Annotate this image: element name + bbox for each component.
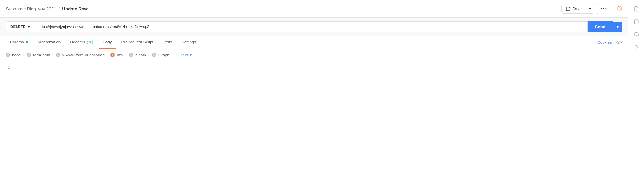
header: Supabase Blog Nov 2021 / Update Row Save…	[0, 0, 644, 18]
text-format-chevron: ▾	[190, 53, 192, 57]
tab-navigation: Params Authorization Headers (10) Body P…	[0, 36, 628, 49]
breadcrumb-project: Supabase Blog Nov 2021	[6, 6, 56, 11]
tab-body[interactable]: Body	[99, 36, 116, 49]
tab-authorization[interactable]: Authorization	[33, 36, 65, 49]
lightbulb-icon	[634, 45, 639, 50]
code-view-icon[interactable]: </>	[615, 40, 622, 45]
body-type-binary[interactable]: binary	[129, 53, 146, 57]
breadcrumb: Supabase Blog Nov 2021 / Update Row	[6, 6, 88, 11]
body-type-none[interactable]: none	[6, 53, 21, 57]
binary-label: binary	[135, 53, 146, 57]
urlencoded-label: x-www-form-urlencoded	[62, 53, 105, 57]
body-type-raw[interactable]: raw	[110, 53, 123, 57]
tab-pre-request[interactable]: Pre-request Script	[117, 36, 157, 49]
sidebar-chat-icon[interactable]	[630, 16, 642, 28]
pencil-icon	[617, 6, 622, 11]
send-dropdown-button[interactable]: ▾	[613, 22, 622, 32]
edit-icon-button[interactable]	[614, 4, 626, 14]
params-label: Params	[10, 40, 24, 44]
method-dropdown[interactable]: DELETE ▾	[6, 21, 34, 32]
url-input[interactable]	[34, 21, 588, 32]
right-sidebar	[628, 0, 644, 180]
line-numbers: 1	[0, 65, 15, 105]
none-radio	[6, 53, 10, 57]
body-type-graphql[interactable]: GraphQL	[152, 53, 175, 57]
form-data-radio	[27, 53, 31, 57]
body-type-bar: none form-data x-www-form-urlencoded raw…	[0, 49, 628, 61]
save-button-group: Save ▾	[561, 4, 594, 14]
send-button[interactable]: Send	[588, 21, 613, 32]
send-button-group: Send ▾	[588, 21, 622, 32]
raw-radio	[110, 53, 115, 57]
text-format-label: Text	[180, 53, 188, 57]
none-label: none	[12, 53, 21, 57]
save-dropdown-button[interactable]: ▾	[586, 4, 594, 13]
body-type-form-data[interactable]: form-data	[27, 53, 50, 57]
method-chevron: ▾	[28, 24, 30, 29]
params-dot	[26, 41, 28, 43]
raw-label: raw	[117, 53, 123, 57]
graphql-radio	[152, 53, 156, 57]
info-circle-icon	[634, 32, 639, 37]
method-label: DELETE	[10, 24, 25, 29]
save-icon	[566, 6, 570, 11]
url-bar: DELETE ▾ Send ▾	[0, 18, 628, 36]
tab-list: Params Authorization Headers (10) Body P…	[6, 36, 200, 49]
tab-settings[interactable]: Settings	[178, 36, 200, 49]
tab-nav-right: Cookies </>	[597, 40, 622, 45]
cookies-link[interactable]: Cookies	[597, 40, 612, 45]
sidebar-bulb-icon[interactable]	[630, 42, 642, 54]
tab-tests[interactable]: Tests	[159, 36, 176, 49]
body-type-urlencoded[interactable]: x-www-form-urlencoded	[56, 53, 105, 57]
page-title: Update Row	[62, 6, 88, 11]
form-data-label: form-data	[33, 53, 50, 57]
body-editor[interactable]	[15, 65, 628, 105]
urlencoded-radio	[56, 53, 60, 57]
text-format-selector[interactable]: Text ▾	[180, 53, 192, 57]
tab-params[interactable]: Params	[6, 36, 32, 49]
document-icon	[634, 6, 639, 12]
save-button[interactable]: Save	[562, 4, 586, 13]
graphql-label: GraphQL	[158, 53, 175, 57]
main-content: DELETE ▾ Send ▾ Params Authorization Hea…	[0, 18, 628, 108]
line-number-1: 1	[0, 65, 10, 70]
editor-area: 1	[0, 61, 628, 108]
binary-radio	[129, 53, 133, 57]
sidebar-doc-icon[interactable]	[630, 3, 642, 15]
header-actions: Save ▾ •••	[561, 4, 638, 14]
chat-bubble-icon	[634, 19, 639, 24]
tab-headers[interactable]: Headers (10)	[66, 36, 97, 49]
breadcrumb-separator: /	[58, 6, 60, 11]
more-options-button[interactable]: •••	[597, 4, 611, 14]
sidebar-info-icon[interactable]	[630, 29, 642, 41]
